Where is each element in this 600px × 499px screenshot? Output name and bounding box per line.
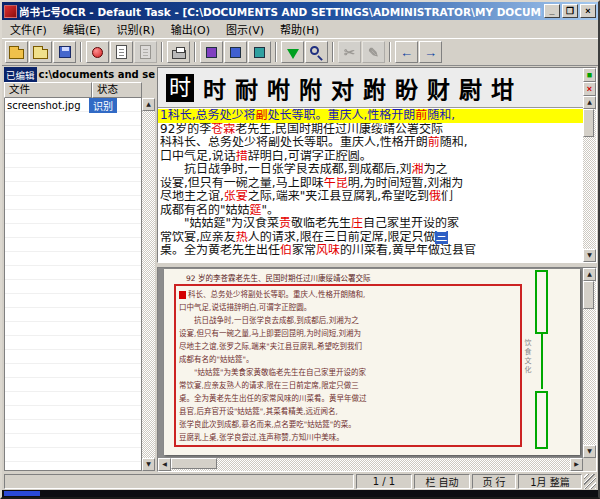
toolbar: ✂✎←→ — [2, 38, 598, 66]
open-folder-icon — [9, 49, 24, 59]
menu-item-view[interactable]: 图示(V) — [218, 19, 272, 39]
scroll-down-icon[interactable]: ▼ — [142, 458, 155, 471]
toolbar-separator — [161, 42, 163, 62]
scan-text-line: 设宴,但只有一碗之量,马上即要回昆明,为时间短,刘湘为 — [179, 327, 517, 340]
recognize-icon — [116, 45, 127, 59]
candidate-char[interactable]: 盼 — [395, 71, 418, 105]
recognition-pane: 时时耐咐附对跗盼财尉坩 1科长,总务处少将副处长等职。重庆人,性格开朗前随和,9… — [157, 67, 597, 263]
image-scroll-down-icon[interactable]: ▼ — [583, 445, 596, 458]
image-horizontal-scrollbar[interactable]: ◀ ▶ — [158, 458, 583, 471]
column-marker-line — [541, 334, 543, 389]
candidate-char[interactable]: 耐 — [235, 71, 258, 105]
recognition-region[interactable]: 科长、总务处少将副处长等职。重庆人,性格开朗随和,口中气足,说话措辞明白,可谓字… — [174, 284, 522, 447]
image-vscroll-track[interactable] — [583, 281, 596, 445]
image-scroll-right-icon[interactable]: ▶ — [570, 458, 583, 471]
next-page-button[interactable]: → — [419, 41, 442, 63]
close-button[interactable]: × — [580, 4, 596, 18]
run-ocr-button[interactable] — [281, 41, 304, 63]
ocr-line: 尽地主之谊,张宴之际,端来"夹江县豆腐乳,希望吃到俄们 — [158, 190, 583, 204]
file-list-scrollbar[interactable]: ▲ ▼ — [142, 98, 155, 471]
pencil-icon: ✎ — [368, 46, 379, 59]
menu-item-help[interactable]: 帮助(H) — [272, 19, 327, 39]
candidate-char[interactable]: 尉 — [459, 71, 482, 105]
open-task-button[interactable] — [29, 41, 52, 63]
column-marker-top[interactable] — [535, 270, 548, 334]
delete-char-button[interactable]: × — [583, 82, 596, 96]
scanner-icon — [92, 47, 103, 58]
view-image-button[interactable] — [200, 41, 223, 63]
scan-text-line: 口中气足,说话措辞明白,可谓字正腔圆。 — [179, 301, 517, 314]
open-image-button[interactable] — [5, 41, 28, 63]
locate-char-button[interactable]: ■ — [583, 68, 596, 82]
file-name: screenshot.jpg — [5, 100, 89, 111]
status-cell: 1 / 1 — [356, 474, 412, 489]
title-bar[interactable]: 尚书七号OCR - Default Task - [C:\DOCUMENTS A… — [2, 2, 598, 20]
candidate-char[interactable]: 咐 — [267, 71, 290, 105]
verify-text-button — [134, 41, 157, 63]
menu-item-file[interactable]: 文件(F) — [2, 19, 55, 39]
ocr-scroll-down-icon[interactable]: ▼ — [583, 249, 596, 262]
candidate-char[interactable]: 跗 — [363, 71, 386, 105]
ocr-scroll-track[interactable] — [583, 109, 596, 249]
text-view-icon — [230, 47, 241, 58]
image-vertical-scrollbar[interactable]: ▲ ▼ — [583, 268, 596, 458]
maximize-button[interactable]: ❐ — [562, 4, 578, 18]
ocr-line: 92岁的李苍霖老先生,民国时期任过川康绥靖公署交际 — [158, 123, 583, 137]
prev-page-button[interactable]: ← — [395, 41, 418, 63]
menu-item-recognize[interactable]: 识别(R) — [108, 19, 162, 39]
status-cell: 页 行 — [472, 474, 516, 489]
pane-side-column: ■× ▲ ▼ — [583, 68, 596, 262]
column-marker-bottom[interactable] — [535, 391, 548, 449]
verify-icon — [140, 45, 151, 59]
ocr-scroll-thumb[interactable] — [583, 109, 594, 137]
toolbar-separator — [80, 42, 82, 62]
column-header-status[interactable]: 状态 — [92, 82, 142, 98]
candidate-char[interactable]: 对 — [331, 71, 354, 105]
status-cell — [4, 474, 354, 489]
recognize-page-button[interactable] — [110, 41, 133, 63]
view-compare-button[interactable] — [248, 41, 271, 63]
file-list[interactable]: screenshot.jpg识别 — [4, 98, 142, 471]
scanned-image-view[interactable]: 92 岁的李苍霖老先生、民国时期任过川康绥靖公署交际 科长、总务处少将副处长等职… — [158, 268, 583, 458]
menu-item-edit[interactable]: 编辑(E) — [55, 19, 109, 39]
print-button[interactable] — [167, 41, 190, 63]
save-result-button[interactable] — [53, 41, 76, 63]
menu-item-output[interactable]: 输出(O) — [163, 19, 218, 39]
file-scroll-track[interactable] — [142, 111, 155, 458]
candidate-char[interactable]: 时 — [203, 71, 226, 105]
candidate-char[interactable]: 附 — [299, 71, 322, 105]
ocr-line: 科科长、总务处少将副处长等职。重庆人,性格开朗前随和, — [158, 136, 583, 150]
view-text-button[interactable] — [224, 41, 247, 63]
minimize-button[interactable]: _ — [544, 4, 560, 18]
scissors-icon: ✂ — [344, 46, 355, 59]
image-scroll-left-icon[interactable]: ◀ — [158, 458, 171, 471]
ocr-line: "姑姑筵"为汉食菜贵敬临老先生庄自己家里开设的家 — [158, 217, 583, 231]
candidate-char[interactable]: 坩 — [491, 71, 514, 105]
scroll-up-icon[interactable]: ▲ — [142, 98, 155, 111]
run-ocr-icon — [287, 49, 299, 59]
ocr-line: 抗日战争时,一日张学良去成都,到成都后,刘湘为之 — [158, 163, 583, 177]
taskbar-fragment[interactable] — [4, 491, 40, 496]
candidate-char[interactable]: 财 — [427, 71, 450, 105]
page-margin-text: 饮食文化 — [522, 339, 532, 375]
file-panel: 已编辑 c:\documents and setti 文件 状态 screens… — [4, 67, 155, 471]
ocr-text-area[interactable]: 1科长,总务处少将副处长等职。重庆人,性格开朗前随和,92岁的李苍霖老先生,民国… — [158, 108, 583, 262]
taskbar-strip — [2, 490, 598, 497]
toolbar-separator — [275, 42, 277, 62]
image-scroll-up-icon[interactable]: ▲ — [583, 268, 596, 281]
scan-text-line: 豆腐乳上桌,张学良尝过,连声称赞,方知川中美味。 — [179, 431, 517, 444]
image-vscroll-thumb[interactable] — [583, 281, 594, 309]
scrollbar-corner — [583, 458, 596, 471]
file-row[interactable]: screenshot.jpg识别 — [5, 98, 141, 112]
ocr-scroll-up-icon[interactable]: ▲ — [583, 96, 596, 109]
resize-grip[interactable] — [584, 474, 596, 489]
zoom-button[interactable] — [305, 41, 328, 63]
toolbar-separator — [389, 42, 391, 62]
scan-text-line: 常饮宴,应亲友熟人的请求,限在三日前定席,限定只做三 — [179, 379, 517, 392]
scan-text-line: 尽地主之谊,张罗之际,端来"夹江县豆腐乳,希望吃到我们 — [179, 340, 517, 353]
image-hscroll-track[interactable] — [171, 458, 570, 471]
pane-side-tools: ■× — [583, 68, 596, 96]
image-hscroll-thumb[interactable] — [171, 458, 217, 469]
scan-button[interactable] — [86, 41, 109, 63]
column-header-file[interactable]: 文件 — [4, 82, 92, 98]
